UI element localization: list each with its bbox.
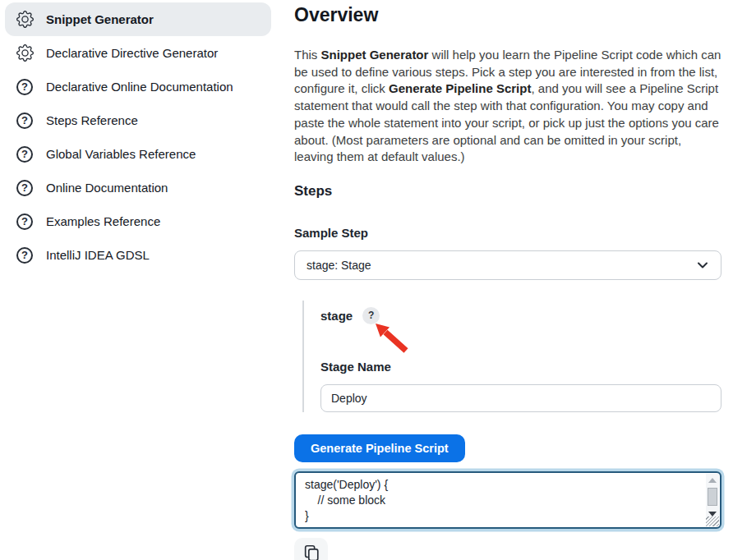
stage-step-label: stage: [320, 309, 353, 323]
sidebar-item-declarative-online-documentation[interactable]: ? Declarative Online Documentation: [5, 70, 271, 103]
intro-bold-generate-pipeline-script: Generate Pipeline Script: [389, 81, 531, 95]
sidebar-item-label: Declarative Online Documentation: [46, 80, 233, 94]
gear-icon: [16, 11, 34, 29]
sidebar-item-label: Online Documentation: [46, 181, 168, 195]
sidebar-item-label: Declarative Directive Generator: [46, 46, 218, 60]
sidebar: Snippet Generator Declarative Directive …: [5, 2, 271, 272]
chevron-down-icon: [696, 259, 709, 272]
sidebar-item-online-documentation[interactable]: ? Online Documentation: [5, 171, 271, 204]
stage-step-config-section: stage ? Stage Name: [302, 301, 721, 412]
copy-button[interactable]: [294, 538, 328, 560]
pipeline-script-output[interactable]: stage('Deploy') { // some block }: [294, 471, 721, 529]
help-circle-icon: ?: [16, 179, 34, 197]
sidebar-item-label: Steps Reference: [46, 113, 138, 127]
gear-icon: [16, 44, 34, 62]
sidebar-item-snippet-generator[interactable]: Snippet Generator: [5, 2, 271, 36]
steps-heading: Steps: [294, 183, 721, 200]
sidebar-item-intellij-idea-gdsl[interactable]: ? IntelliJ IDEA GDSL: [5, 238, 271, 272]
pipeline-script-code[interactable]: stage('Deploy') { // some block }: [305, 477, 695, 524]
sidebar-item-label: IntelliJ IDEA GDSL: [46, 248, 150, 262]
sample-step-label: Sample Step: [294, 226, 721, 240]
help-circle-icon: ?: [16, 78, 34, 96]
copy-icon: [302, 544, 320, 560]
sidebar-item-label: Snippet Generator: [46, 12, 154, 26]
stage-name-input[interactable]: [320, 384, 721, 412]
scrollbar-thumb[interactable]: [708, 488, 717, 506]
help-circle-icon: ?: [16, 213, 34, 231]
intro-paragraph: This Snippet Generator will help you lea…: [294, 47, 721, 166]
sidebar-item-label: Examples Reference: [46, 214, 160, 228]
help-circle-icon: ?: [16, 246, 34, 264]
sidebar-item-examples-reference[interactable]: ? Examples Reference: [5, 204, 271, 238]
sidebar-item-global-variables-reference[interactable]: ? Global Variables Reference: [5, 137, 271, 171]
sample-step-select[interactable]: stage: Stage: [294, 250, 721, 280]
stage-name-label: Stage Name: [320, 360, 721, 374]
scroll-up-arrow-icon[interactable]: [708, 478, 717, 483]
page-title: Overview: [294, 4, 721, 26]
help-circle-icon: ?: [16, 145, 34, 163]
red-annotation-arrow: [373, 321, 409, 354]
generate-pipeline-script-button[interactable]: Generate Pipeline Script: [294, 434, 465, 462]
help-circle-icon: ?: [16, 112, 34, 130]
main-content: Overview This Snippet Generator will hel…: [294, 0, 721, 560]
stage-help-button[interactable]: ?: [362, 307, 380, 324]
scrollbar[interactable]: [706, 474, 719, 516]
resize-grip[interactable]: [706, 516, 719, 526]
sidebar-item-label: Global Variables Reference: [46, 147, 196, 161]
intro-bold-snippet-generator: Snippet Generator: [321, 48, 429, 62]
sidebar-item-declarative-directive-generator[interactable]: Declarative Directive Generator: [5, 36, 271, 70]
sample-step-selected-value: stage: Stage: [307, 259, 696, 272]
sidebar-item-steps-reference[interactable]: ? Steps Reference: [5, 103, 271, 137]
